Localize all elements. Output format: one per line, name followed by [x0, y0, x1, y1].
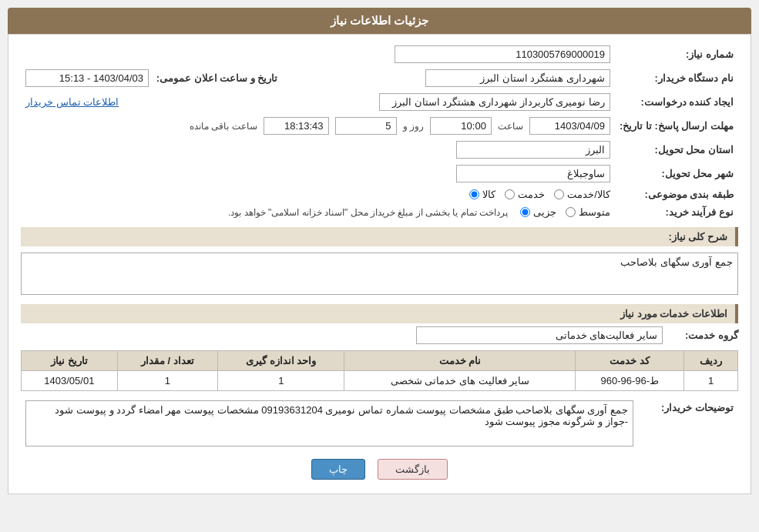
cell-name: سایر فعالیت های خدماتی شخصی [344, 371, 576, 391]
need-desc-value: جمع آوری سگهای بلاصاحب [21, 253, 738, 295]
city-value: ساوجبلاغ [456, 165, 610, 182]
category-khadamat-radio[interactable] [505, 189, 515, 199]
service-group-label: گروه خدمت: [669, 330, 738, 341]
category-khadamat-label: خدمت [518, 189, 545, 200]
col-header-row: ردیف [684, 351, 738, 371]
cell-date: 1403/05/01 [22, 371, 118, 391]
buyer-org-value: شهرداری هشتگرد استان البرز [425, 69, 610, 87]
purchase-motavaset-radio[interactable] [566, 207, 576, 217]
table-row: 1 ط-96-96-960 سایر فعالیت های خدماتی شخص… [22, 371, 738, 391]
need-number-label: شماره نیاز: [615, 42, 738, 66]
creator-value: رضا نومیری کاربرداز شهرداری هشتگرد استان… [379, 93, 610, 111]
province-label: استان محل تحویل: [615, 138, 738, 162]
need-number-value: 1103005769000019 [395, 45, 610, 63]
category-kala-khadamat-label: کالا/خدمت [567, 189, 610, 200]
buyer-notes-value: جمع آوری سگهای بلاصاحب طبق مشخصات پیوست … [25, 400, 633, 447]
cell-code: ط-96-96-960 [576, 371, 684, 391]
need-desc-section-title: شرح کلی نیاز: [21, 227, 738, 246]
buyer-org-label: نام دستگاه خریدار: [615, 66, 738, 90]
creator-label: ایجاد کننده درخواست: [615, 90, 738, 114]
purchase-jozii-option[interactable]: جزیی [520, 206, 556, 218]
purchase-jozii-label: جزیی [533, 206, 556, 218]
action-buttons: بازگشت چاپ [21, 459, 738, 486]
cell-qty: 1 [117, 371, 217, 391]
col-header-name: نام خدمت [344, 351, 576, 371]
purchase-motavaset-label: متوسط [579, 206, 610, 218]
page-title: جزئیات اطلاعات نیاز [8, 8, 751, 34]
response-remaining: 18:13:43 [264, 117, 329, 135]
announce-date-value: 1403/04/03 - 15:13 [25, 69, 149, 87]
category-kala-label: کالا [482, 189, 495, 200]
cell-unit: 1 [218, 371, 344, 391]
cell-row: 1 [684, 371, 738, 391]
category-kala-khadamat-option[interactable]: کالا/خدمت [554, 189, 610, 200]
response-date: 1403/04/09 [529, 117, 610, 135]
response-days-label: روز و [403, 121, 424, 132]
response-time-label: ساعت [498, 121, 523, 132]
response-deadline-label: مهلت ارسال پاسخ: تا تاریخ: [615, 114, 738, 138]
col-header-date: تاریخ نیاز [22, 351, 118, 371]
col-header-unit: واحد اندازه گیری [218, 351, 344, 371]
response-days: 5 [335, 117, 397, 135]
response-remaining-label: ساعت باقی مانده [190, 121, 257, 132]
purchase-desc: پرداخت تمام یا بخشی از مبلغ خریداز محل "… [228, 207, 508, 218]
services-table: ردیف کد خدمت نام خدمت واحد اندازه گیری ت… [21, 350, 738, 391]
service-group-value: سایر فعالیت‌های خدماتی [416, 326, 663, 344]
city-label: شهر محل تحویل: [615, 162, 738, 186]
col-header-code: کد خدمت [576, 351, 684, 371]
contact-link[interactable]: اطلاعات تماس خریدار [25, 96, 119, 108]
print-button[interactable]: چاپ [311, 459, 365, 480]
purchase-type-label: نوع فرآیند خرید: [615, 203, 738, 221]
col-header-qty: تعداد / مقدار [117, 351, 217, 371]
category-kala-option[interactable]: کالا [469, 189, 495, 200]
category-kala-khadamat-radio[interactable] [554, 189, 564, 199]
province-value: البرز [456, 141, 610, 159]
purchase-motavaset-option[interactable]: متوسط [566, 206, 610, 218]
buyer-notes-label: توضیحات خریدار: [638, 397, 738, 450]
purchase-jozii-radio[interactable] [520, 207, 530, 217]
services-section-title: اطلاعات خدمات مورد نیاز [21, 304, 738, 323]
category-kala-radio[interactable] [469, 189, 479, 199]
back-button[interactable]: بازگشت [378, 459, 448, 480]
response-time: 10:00 [430, 117, 492, 135]
category-khadamat-option[interactable]: خدمت [505, 189, 545, 200]
category-label: طبقه بندی موضوعی: [615, 186, 738, 203]
announce-date-label: تاریخ و ساعت اعلان عمومی: [156, 72, 278, 84]
